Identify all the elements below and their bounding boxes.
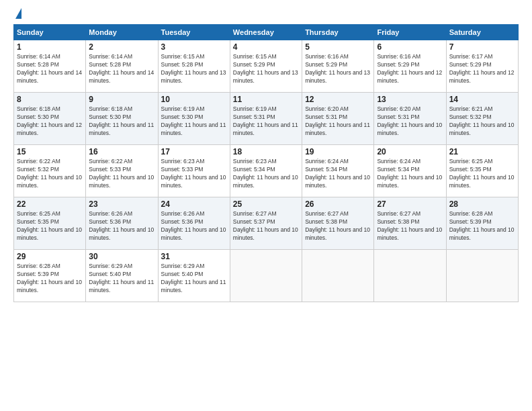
- day-detail: Sunrise: 6:27 AM Sunset: 5:37 PM Dayligh…: [233, 210, 299, 242]
- day-cell: 21 Sunrise: 6:25 AM Sunset: 5:35 PM Dayl…: [446, 145, 518, 197]
- day-detail: Sunrise: 6:29 AM Sunset: 5:40 PM Dayligh…: [89, 263, 154, 295]
- day-cell: 20 Sunrise: 6:24 AM Sunset: 5:34 PM Dayl…: [374, 145, 446, 197]
- day-cell: 9 Sunrise: 6:18 AM Sunset: 5:30 PM Dayli…: [86, 93, 158, 145]
- day-cell: 3 Sunrise: 6:15 AM Sunset: 5:28 PM Dayli…: [158, 40, 230, 93]
- day-number: 15: [17, 147, 83, 156]
- week-row-5: 29 Sunrise: 6:28 AM Sunset: 5:39 PM Dayl…: [14, 250, 519, 302]
- day-cell: 27 Sunrise: 6:27 AM Sunset: 5:38 PM Dayl…: [374, 197, 446, 250]
- day-detail: Sunrise: 6:23 AM Sunset: 5:33 PM Dayligh…: [161, 158, 227, 190]
- day-detail: Sunrise: 6:18 AM Sunset: 5:30 PM Dayligh…: [17, 105, 83, 138]
- day-number: 29: [17, 252, 83, 261]
- day-detail: Sunrise: 6:15 AM Sunset: 5:29 PM Dayligh…: [233, 53, 299, 85]
- day-number: 26: [305, 199, 371, 209]
- week-row-4: 22 Sunrise: 6:25 AM Sunset: 5:35 PM Dayl…: [14, 197, 519, 250]
- day-detail: Sunrise: 6:16 AM Sunset: 5:29 PM Dayligh…: [377, 53, 443, 85]
- day-detail: Sunrise: 6:21 AM Sunset: 5:32 PM Dayligh…: [449, 105, 515, 138]
- header-cell-saturday: Saturday: [446, 25, 518, 40]
- day-detail: Sunrise: 6:22 AM Sunset: 5:33 PM Dayligh…: [89, 158, 154, 190]
- day-cell: 25 Sunrise: 6:27 AM Sunset: 5:37 PM Dayl…: [230, 197, 302, 250]
- day-number: 21: [449, 147, 515, 156]
- day-number: 6: [377, 42, 443, 52]
- week-row-3: 15 Sunrise: 6:22 AM Sunset: 5:32 PM Dayl…: [14, 145, 519, 197]
- day-detail: Sunrise: 6:20 AM Sunset: 5:31 PM Dayligh…: [377, 105, 443, 138]
- calendar-page: SundayMondayTuesdayWednesdayThursdayFrid…: [0, 0, 532, 309]
- day-cell: 5 Sunrise: 6:16 AM Sunset: 5:29 PM Dayli…: [302, 40, 374, 93]
- day-cell: 2 Sunrise: 6:14 AM Sunset: 5:28 PM Dayli…: [86, 40, 158, 93]
- header-cell-tuesday: Tuesday: [158, 25, 230, 40]
- week-row-2: 8 Sunrise: 6:18 AM Sunset: 5:30 PM Dayli…: [14, 93, 519, 145]
- day-detail: Sunrise: 6:26 AM Sunset: 5:36 PM Dayligh…: [161, 210, 227, 242]
- day-detail: Sunrise: 6:19 AM Sunset: 5:30 PM Dayligh…: [161, 105, 227, 138]
- day-cell: 19 Sunrise: 6:24 AM Sunset: 5:34 PM Dayl…: [302, 145, 374, 197]
- day-number: 13: [377, 95, 443, 104]
- day-cell: 4 Sunrise: 6:15 AM Sunset: 5:29 PM Dayli…: [230, 40, 302, 93]
- header-cell-thursday: Thursday: [302, 25, 374, 40]
- day-detail: Sunrise: 6:29 AM Sunset: 5:40 PM Dayligh…: [161, 263, 227, 295]
- header-cell-sunday: Sunday: [14, 25, 86, 40]
- day-number: 24: [161, 199, 227, 209]
- day-cell: [374, 250, 446, 302]
- day-cell: 31 Sunrise: 6:29 AM Sunset: 5:40 PM Dayl…: [158, 250, 230, 302]
- day-number: 22: [17, 199, 83, 209]
- day-cell: 11 Sunrise: 6:19 AM Sunset: 5:31 PM Dayl…: [230, 93, 302, 145]
- day-number: 17: [161, 147, 227, 156]
- logo-triangle-icon: [15, 8, 21, 19]
- day-number: 18: [233, 147, 299, 156]
- day-cell: 22 Sunrise: 6:25 AM Sunset: 5:35 PM Dayl…: [14, 197, 86, 250]
- day-number: 14: [449, 95, 515, 104]
- calendar-header: SundayMondayTuesdayWednesdayThursdayFrid…: [14, 25, 519, 40]
- day-number: 3: [161, 42, 227, 52]
- day-number: 31: [161, 252, 227, 261]
- header: [13, 11, 519, 19]
- day-cell: 26 Sunrise: 6:27 AM Sunset: 5:38 PM Dayl…: [302, 197, 374, 250]
- day-cell: 29 Sunrise: 6:28 AM Sunset: 5:39 PM Dayl…: [14, 250, 86, 302]
- header-cell-wednesday: Wednesday: [230, 25, 302, 40]
- day-cell: 28 Sunrise: 6:28 AM Sunset: 5:39 PM Dayl…: [446, 197, 518, 250]
- day-cell: [446, 250, 518, 302]
- day-detail: Sunrise: 6:15 AM Sunset: 5:28 PM Dayligh…: [161, 53, 227, 85]
- day-detail: Sunrise: 6:23 AM Sunset: 5:34 PM Dayligh…: [233, 158, 299, 190]
- day-cell: 17 Sunrise: 6:23 AM Sunset: 5:33 PM Dayl…: [158, 145, 230, 197]
- header-cell-monday: Monday: [86, 25, 158, 40]
- day-cell: 30 Sunrise: 6:29 AM Sunset: 5:40 PM Dayl…: [86, 250, 158, 302]
- day-number: 1: [17, 42, 83, 52]
- day-detail: Sunrise: 6:22 AM Sunset: 5:32 PM Dayligh…: [17, 158, 83, 190]
- day-cell: 7 Sunrise: 6:17 AM Sunset: 5:29 PM Dayli…: [446, 40, 518, 93]
- week-row-1: 1 Sunrise: 6:14 AM Sunset: 5:28 PM Dayli…: [14, 40, 519, 93]
- day-number: 9: [89, 95, 154, 104]
- day-number: 20: [377, 147, 443, 156]
- day-cell: [302, 250, 374, 302]
- header-cell-friday: Friday: [374, 25, 446, 40]
- day-detail: Sunrise: 6:18 AM Sunset: 5:30 PM Dayligh…: [89, 105, 154, 138]
- day-cell: [230, 250, 302, 302]
- day-detail: Sunrise: 6:14 AM Sunset: 5:28 PM Dayligh…: [89, 53, 154, 85]
- day-cell: 8 Sunrise: 6:18 AM Sunset: 5:30 PM Dayli…: [14, 93, 86, 145]
- day-number: 27: [377, 199, 443, 209]
- day-number: 4: [233, 42, 299, 52]
- calendar-table: SundayMondayTuesdayWednesdayThursdayFrid…: [13, 24, 519, 302]
- day-number: 8: [17, 95, 83, 104]
- day-detail: Sunrise: 6:24 AM Sunset: 5:34 PM Dayligh…: [377, 158, 443, 190]
- day-number: 7: [449, 42, 515, 52]
- day-detail: Sunrise: 6:14 AM Sunset: 5:28 PM Dayligh…: [17, 53, 83, 85]
- day-detail: Sunrise: 6:27 AM Sunset: 5:38 PM Dayligh…: [305, 210, 371, 242]
- day-cell: 15 Sunrise: 6:22 AM Sunset: 5:32 PM Dayl…: [14, 145, 86, 197]
- day-cell: 14 Sunrise: 6:21 AM Sunset: 5:32 PM Dayl…: [446, 93, 518, 145]
- day-number: 19: [305, 147, 371, 156]
- day-detail: Sunrise: 6:19 AM Sunset: 5:31 PM Dayligh…: [233, 105, 299, 138]
- day-cell: 10 Sunrise: 6:19 AM Sunset: 5:30 PM Dayl…: [158, 93, 230, 145]
- day-cell: 1 Sunrise: 6:14 AM Sunset: 5:28 PM Dayli…: [14, 40, 86, 93]
- logo: [13, 11, 21, 19]
- day-detail: Sunrise: 6:20 AM Sunset: 5:31 PM Dayligh…: [305, 105, 371, 138]
- day-cell: 6 Sunrise: 6:16 AM Sunset: 5:29 PM Dayli…: [374, 40, 446, 93]
- day-detail: Sunrise: 6:26 AM Sunset: 5:36 PM Dayligh…: [89, 210, 154, 242]
- day-number: 30: [89, 252, 154, 261]
- day-cell: 16 Sunrise: 6:22 AM Sunset: 5:33 PM Dayl…: [86, 145, 158, 197]
- day-number: 2: [89, 42, 154, 52]
- day-detail: Sunrise: 6:24 AM Sunset: 5:34 PM Dayligh…: [305, 158, 371, 190]
- day-number: 5: [305, 42, 371, 52]
- day-cell: 24 Sunrise: 6:26 AM Sunset: 5:36 PM Dayl…: [158, 197, 230, 250]
- day-detail: Sunrise: 6:25 AM Sunset: 5:35 PM Dayligh…: [17, 210, 83, 242]
- day-number: 28: [449, 199, 515, 209]
- calendar-body: 1 Sunrise: 6:14 AM Sunset: 5:28 PM Dayli…: [14, 40, 519, 302]
